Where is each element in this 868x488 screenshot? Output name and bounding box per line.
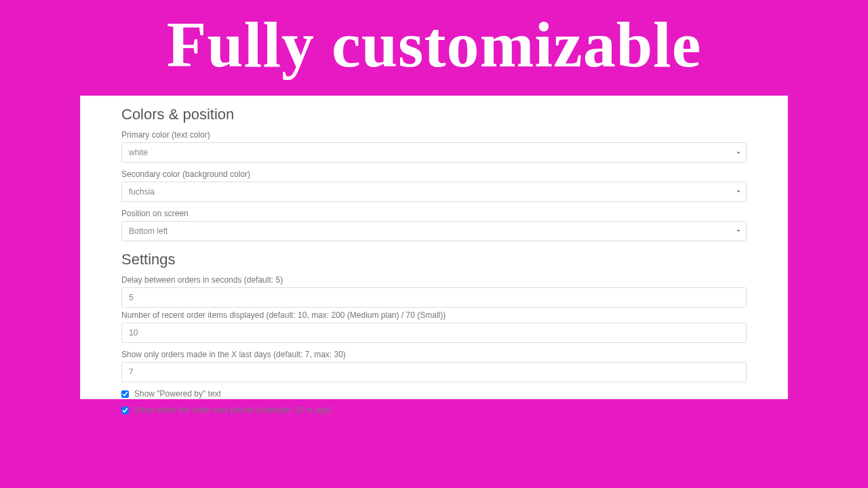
primary-color-label: Primary color (text color) [121,130,747,140]
days-input[interactable] [121,362,747,382]
secondary-color-select-wrap: fuchsia [121,182,747,202]
powered-by-row: Show "Powered by" text [121,389,747,399]
settings-panel: Colors & position Primary color (text co… [80,96,788,399]
powered-by-checkbox[interactable] [121,390,129,398]
show-when-row: Show when the order was placed (example:… [121,405,747,415]
hero-title: Fully customizable [0,0,868,82]
secondary-color-label: Secondary color (background color) [121,169,747,179]
show-when-label: Show when the order was placed (example:… [134,405,331,415]
primary-color-select[interactable]: white [121,142,747,163]
items-label: Number of recent order items displayed (… [121,310,747,320]
items-input[interactable] [121,323,747,343]
primary-color-select-wrap: white [121,142,747,163]
show-when-checkbox[interactable] [121,407,129,414]
colors-section-title: Colors & position [121,106,747,123]
delay-label: Delay between orders in seconds (default… [121,275,747,285]
delay-input[interactable] [121,287,747,308]
days-label: Show only orders made in the X last days… [121,350,747,359]
position-select[interactable]: Bottom left [121,221,747,241]
secondary-color-select[interactable]: fuchsia [121,182,747,202]
position-label: Position on screen [121,209,747,218]
settings-section-title: Settings [121,251,747,268]
powered-by-label: Show "Powered by" text [134,389,221,399]
position-select-wrap: Bottom left [121,221,747,241]
